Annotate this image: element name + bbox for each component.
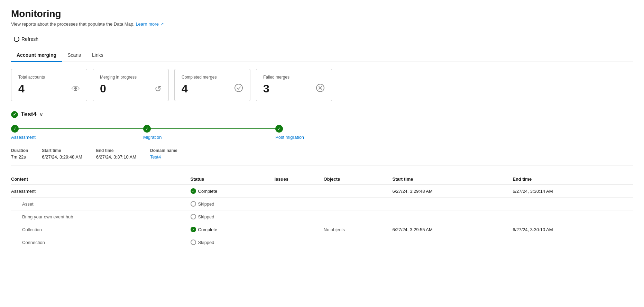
refresh-button[interactable]: Refresh <box>11 35 41 43</box>
detail-start-time: Start time 6/27/24, 3:29:48 AM <box>42 148 82 160</box>
cell-content: Assessment <box>11 185 191 198</box>
step-migration-label: Migration <box>143 135 162 140</box>
col-issues: Issues <box>274 174 323 185</box>
step-connector-2 <box>151 128 275 129</box>
detail-end-time: End time 6/27/24, 3:37:10 AM <box>96 148 136 160</box>
step-assessment-circle: ✓ <box>11 125 19 133</box>
end-time-label: End time <box>96 148 136 153</box>
cell-status: ✓Complete <box>191 185 275 198</box>
step-migration: ✓ Migration <box>143 125 275 140</box>
end-time-value: 6/27/24, 3:37:10 AM <box>96 154 136 160</box>
refresh-icon <box>14 36 19 42</box>
cell-end-time: 6/27/24, 3:30:10 AM <box>513 223 633 236</box>
cell-objects <box>324 210 393 223</box>
cell-content: Connection <box>11 236 191 249</box>
skipped-icon <box>191 201 196 207</box>
card-total-accounts-value: 4 <box>18 82 25 95</box>
account-section: ✓ Test4 ∨ ✓ Assessment ✓ Migration <box>11 111 633 249</box>
start-time-value: 6/27/24, 3:29:48 AM <box>42 154 82 160</box>
card-total-accounts-value-row: 4 👁 <box>18 82 80 95</box>
cell-issues <box>274 223 323 236</box>
page-title: Monitoring <box>11 8 633 19</box>
tab-scans[interactable]: Scans <box>62 49 86 62</box>
cell-end-time <box>513 236 633 249</box>
page-container: Monitoring View reports about the proces… <box>0 0 644 307</box>
col-status: Status <box>191 174 275 185</box>
account-status-icon: ✓ <box>11 111 18 118</box>
cell-issues <box>274 210 323 223</box>
cell-objects <box>324 236 393 249</box>
cell-start-time: 6/27/24, 3:29:55 AM <box>392 223 513 236</box>
card-merging-value-row: 0 ↺ <box>100 82 162 95</box>
table-header: Content Status Issues Objects Start time… <box>11 174 633 185</box>
cell-start-time <box>392 198 513 210</box>
card-failed-merges: Failed merges 3 <box>256 69 332 101</box>
card-merging-in-progress: Merging in progress 0 ↺ <box>93 69 169 101</box>
cell-status: Skipped <box>191 236 275 249</box>
card-completed-value-row: 4 <box>182 82 243 95</box>
cell-issues <box>274 185 323 198</box>
tabs-bar: Account merging Scans Links <box>11 49 633 62</box>
table-row: ConnectionSkipped <box>11 236 633 249</box>
account-collapse-button[interactable]: ∨ <box>39 112 43 117</box>
domain-name-link[interactable]: Test4 <box>150 154 177 160</box>
sync-icon: ↺ <box>155 84 162 94</box>
card-completed-label: Completed merges <box>182 75 243 80</box>
cell-issues <box>274 198 323 210</box>
cell-status: Skipped <box>191 198 275 210</box>
progress-steps: ✓ Assessment ✓ Migration ✓ Post migratio… <box>11 125 633 140</box>
card-completed-merges: Completed merges 4 <box>174 69 250 101</box>
step-post-migration: ✓ Post migration <box>275 125 304 140</box>
detail-domain-name: Domain name Test4 <box>150 148 177 160</box>
domain-name-label: Domain name <box>150 148 177 153</box>
cell-objects <box>324 198 393 210</box>
checkmark-circle-icon <box>234 83 243 94</box>
tab-links[interactable]: Links <box>86 49 109 62</box>
tab-account-merging[interactable]: Account merging <box>11 49 62 62</box>
cell-start-time <box>392 236 513 249</box>
cell-end-time <box>513 198 633 210</box>
table-body: Assessment✓Complete6/27/24, 3:29:48 AM6/… <box>11 185 633 249</box>
col-start-time: Start time <box>392 174 513 185</box>
learn-more-link[interactable]: Learn more ↗ <box>136 21 164 27</box>
card-total-accounts-label: Total accounts <box>18 75 80 80</box>
details-row: Duration 7m 22s Start time 6/27/24, 3:29… <box>11 148 633 165</box>
content-table: Content Status Issues Objects Start time… <box>11 174 633 249</box>
complete-icon: ✓ <box>191 188 196 194</box>
cell-objects <box>324 185 393 198</box>
step-post-migration-circle: ✓ <box>275 125 283 133</box>
cell-end-time <box>513 210 633 223</box>
x-circle-icon <box>316 83 325 94</box>
account-header: ✓ Test4 ∨ <box>11 111 633 118</box>
cell-content: Asset <box>11 198 191 210</box>
cell-issues <box>274 236 323 249</box>
cell-start-time: 6/27/24, 3:29:48 AM <box>392 185 513 198</box>
card-completed-value: 4 <box>182 82 188 95</box>
complete-icon: ✓ <box>191 227 196 232</box>
step-assessment-row: ✓ <box>11 125 143 133</box>
start-time-label: Start time <box>42 148 82 153</box>
table-row: Collection✓CompleteNo objects6/27/24, 3:… <box>11 223 633 236</box>
table-row: Bring your own event hubSkipped <box>11 210 633 223</box>
col-content: Content <box>11 174 191 185</box>
card-merging-label: Merging in progress <box>100 75 162 80</box>
summary-cards-row: Total accounts 4 👁 Merging in progress 0… <box>11 69 633 101</box>
cell-objects: No objects <box>324 223 393 236</box>
table-row: AssetSkipped <box>11 198 633 210</box>
toolbar: Refresh <box>11 35 633 43</box>
step-post-migration-label: Post migration <box>275 135 304 140</box>
eye-icon: 👁 <box>72 84 80 94</box>
card-failed-label: Failed merges <box>263 75 325 80</box>
duration-label: Duration <box>11 148 28 153</box>
step-connector-1 <box>19 128 143 129</box>
card-failed-value: 3 <box>263 82 269 95</box>
cell-status: ✓Complete <box>191 223 275 236</box>
svg-point-0 <box>235 84 242 92</box>
skipped-icon <box>191 214 196 219</box>
cell-content: Collection <box>11 223 191 236</box>
cell-status: Skipped <box>191 210 275 223</box>
duration-value: 7m 22s <box>11 154 28 160</box>
step-assessment: ✓ Assessment <box>11 125 143 140</box>
card-merging-value: 0 <box>100 82 106 95</box>
step-post-migration-row: ✓ <box>275 125 283 133</box>
